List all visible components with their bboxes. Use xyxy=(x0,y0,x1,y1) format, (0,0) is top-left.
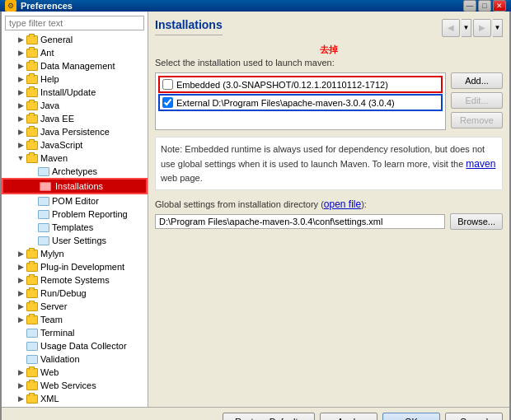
sidebar-item-label: Usage Data Collector xyxy=(40,341,127,351)
edit-button[interactable]: Edit... xyxy=(451,92,503,109)
sidebar-item-ant[interactable]: ▶ Ant xyxy=(2,46,148,59)
expand-icon: ▶ xyxy=(15,60,26,72)
sidebar-item-general[interactable]: ▶ General xyxy=(2,33,148,46)
sidebar-item-label: XML xyxy=(40,394,59,404)
select-label: Select the installation used to launch m… xyxy=(155,58,503,68)
sidebar-item-xml[interactable]: ▶ XML xyxy=(2,392,148,405)
nav-bar: ◀ ▼ ▶ ▼ xyxy=(442,19,503,37)
note-text: Note: Embedded runtime is always used fo… xyxy=(155,137,503,190)
nav-forward-button[interactable]: ▶ xyxy=(473,19,491,37)
folder-icon xyxy=(26,101,38,110)
expand-icon: ▶ xyxy=(15,47,26,58)
tree-panel: ▶ General ▶ Ant ▶ Data Management ▶ Help… xyxy=(2,12,148,407)
sidebar-item-templates[interactable]: Templates xyxy=(2,221,148,234)
leaf-icon xyxy=(26,355,38,364)
sidebar-item-terminal[interactable]: Terminal xyxy=(2,326,148,339)
sidebar-item-javascript[interactable]: ▶ JavaScript xyxy=(2,138,148,152)
filter-input[interactable] xyxy=(5,16,144,30)
sidebar-item-usage-data-collector[interactable]: Usage Data Collector xyxy=(2,339,148,352)
maven-link[interactable]: maven xyxy=(466,158,495,170)
restore-defaults-button[interactable]: Restore Defaults xyxy=(223,413,315,420)
dialog-icon: ⚙ xyxy=(5,0,16,12)
annotation-label: 去掉 xyxy=(155,44,503,56)
sidebar-item-mylyn[interactable]: ▶ Mylyn xyxy=(2,247,148,260)
leaf-icon xyxy=(38,167,49,176)
global-label: Global settings from installation direct… xyxy=(155,198,503,210)
nav-back-dropdown[interactable]: ▼ xyxy=(462,19,471,37)
window-controls[interactable]: — □ ✕ xyxy=(463,0,506,12)
folder-icon xyxy=(26,394,38,404)
folder-icon xyxy=(26,289,38,298)
sidebar-item-maven[interactable]: ▼ Maven xyxy=(2,152,148,165)
open-file-link[interactable]: open file xyxy=(324,198,361,210)
cancel-button[interactable]: Cancel xyxy=(445,413,503,420)
sidebar-item-label: Archetypes xyxy=(52,166,97,176)
sidebar-item-label: Installations xyxy=(54,181,105,191)
folder-icon xyxy=(26,35,38,44)
add-button[interactable]: Add... xyxy=(451,72,503,89)
sidebar-item-help[interactable]: ▶ Help xyxy=(2,72,148,86)
sidebar-item-label: POM Editor xyxy=(52,196,99,206)
maximize-button[interactable]: □ xyxy=(478,0,491,12)
sidebar-item-problem-reporting[interactable]: Problem Reporting xyxy=(2,208,148,221)
sidebar-item-label: Java Persistence xyxy=(40,127,110,137)
sidebar-item-team[interactable]: ▶ Team xyxy=(2,313,148,326)
side-buttons: Add... Edit... Remove xyxy=(451,72,503,128)
sidebar-item-installations[interactable]: Installations xyxy=(2,178,148,194)
global-settings-input[interactable] xyxy=(155,214,445,229)
install-checkbox-embedded[interactable] xyxy=(162,79,173,90)
sidebar-item-label: Templates xyxy=(52,222,93,232)
sidebar-item-label: Web xyxy=(40,367,59,377)
leaf-icon xyxy=(38,210,49,219)
nav-back-button[interactable]: ◀ xyxy=(442,19,460,37)
folder-icon xyxy=(26,88,38,97)
sidebar-item-label: Data Management xyxy=(40,61,115,71)
sidebar-item-data-management[interactable]: ▶ Data Management xyxy=(2,59,148,72)
expand-icon: ▶ xyxy=(15,126,26,138)
sidebar-item-label: Problem Reporting xyxy=(52,209,128,219)
leaf-icon xyxy=(26,329,38,338)
sidebar-item-install-update[interactable]: ▶ Install/Update xyxy=(2,86,148,99)
sidebar-item-java-persistence[interactable]: ▶ Java Persistence xyxy=(2,125,148,138)
leaf-icon xyxy=(26,342,38,351)
folder-icon xyxy=(26,381,38,390)
sidebar-item-java-ee[interactable]: ▶ Java EE xyxy=(2,112,148,125)
sidebar-item-label: Help xyxy=(40,74,59,84)
leaf-icon xyxy=(38,223,49,232)
global-row: Browse... xyxy=(155,213,503,230)
sidebar-item-remote-systems[interactable]: ▶ Remote Systems xyxy=(2,273,148,287)
bottom-bar: Restore Defaults Apply OK Cancel xyxy=(2,407,509,420)
folder-icon xyxy=(26,368,38,377)
sidebar-item-java[interactable]: ▶ Java xyxy=(2,99,148,112)
sidebar-item-server[interactable]: ▶ Server xyxy=(2,300,148,313)
nav-forward-dropdown[interactable]: ▼ xyxy=(493,19,503,37)
sidebar-item-run-debug[interactable]: ▶ Run/Debug xyxy=(2,287,148,300)
sidebar-item-user-settings[interactable]: User Settings xyxy=(2,234,148,247)
close-button[interactable]: ✕ xyxy=(493,0,506,12)
sidebar-item-label: Java xyxy=(40,100,59,110)
sidebar-item-label: User Settings xyxy=(52,236,106,245)
sidebar-item-pom-editor[interactable]: POM Editor xyxy=(2,194,148,208)
expand-icon: ▶ xyxy=(15,274,26,286)
folder-icon xyxy=(26,154,38,163)
sidebar-item-validation[interactable]: Validation xyxy=(2,352,148,366)
ok-button[interactable]: OK xyxy=(382,413,440,420)
leaf-icon xyxy=(40,182,51,191)
sidebar-item-archetypes[interactable]: Archetypes xyxy=(2,165,148,178)
sidebar-item-web-services[interactable]: ▶ Web Services xyxy=(2,379,148,392)
browse-button[interactable]: Browse... xyxy=(450,213,503,230)
minimize-button[interactable]: — xyxy=(463,0,476,12)
remove-button[interactable]: Remove xyxy=(451,112,503,128)
sidebar-item-web[interactable]: ▶ Web xyxy=(2,366,148,379)
sidebar-item-label: Team xyxy=(40,315,63,324)
install-checkbox-external[interactable] xyxy=(162,97,173,108)
apply-button[interactable]: Apply xyxy=(320,413,377,420)
sidebar-item-label: Java EE xyxy=(40,114,74,124)
right-panel: Installations ◀ ▼ ▶ ▼ 去掉 Select the inst… xyxy=(148,12,509,407)
expand-icon: ▶ xyxy=(15,34,26,45)
sidebar-item-plugin-development[interactable]: ▶ Plug-in Development xyxy=(2,260,148,273)
expand-icon: ▼ xyxy=(15,152,26,164)
sidebar-item-label: Validation xyxy=(40,354,80,364)
folder-icon xyxy=(26,302,38,311)
folder-icon xyxy=(26,114,38,124)
